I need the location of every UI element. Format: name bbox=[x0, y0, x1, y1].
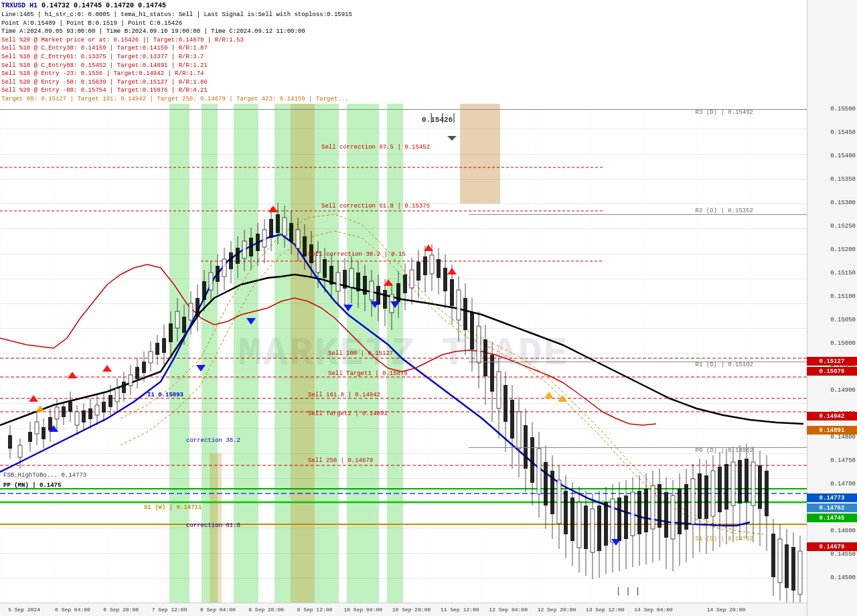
svg-rect-19 bbox=[28, 432, 32, 442]
svg-rect-53 bbox=[142, 362, 146, 373]
s1-d-label: S1 (D) | 0.14712 bbox=[696, 536, 753, 542]
price-label-15100: 0.15100 bbox=[830, 293, 856, 300]
info-line-4: Sell %20 @ Market price or at: 0.15426 |… bbox=[1, 36, 723, 45]
svg-rect-37 bbox=[88, 408, 92, 419]
sell-target2-label: Sell Target2 | 0.14891 bbox=[308, 410, 388, 417]
correction-382-label: correction 38.2 bbox=[186, 437, 240, 444]
svg-rect-107 bbox=[323, 259, 327, 278]
info-line-1: Line:1485 | h1_str_c:0: 0.0005 | tema_h1… bbox=[1, 11, 723, 19]
svg-rect-229 bbox=[731, 462, 735, 506]
pp-d-label: P0 (D) | 0.14962 bbox=[696, 447, 753, 454]
svg-rect-219 bbox=[698, 473, 702, 519]
price-label-15050: 0.15050 bbox=[830, 317, 856, 323]
svg-rect-117 bbox=[356, 273, 360, 291]
price-box-15076: 0.15076 bbox=[807, 367, 857, 376]
svg-rect-131 bbox=[403, 275, 407, 293]
svg-rect-183 bbox=[577, 502, 581, 548]
top-info-panel: TRXUSD H1 0.14732 0.14745 0.14720 0.1474… bbox=[1, 1, 723, 104]
svg-rect-191 bbox=[604, 502, 608, 546]
info-line-10: Sell %20 @ Entry -88: 0.15754 | Target:0… bbox=[1, 86, 723, 95]
svg-rect-185 bbox=[584, 506, 588, 549]
svg-rect-89 bbox=[262, 230, 266, 247]
price-label-15150: 0.15150 bbox=[830, 270, 856, 277]
svg-rect-75 bbox=[216, 266, 220, 282]
info-line-7: Sell %10 @ C_Entry88: 0.15452 | Target:0… bbox=[1, 62, 723, 70]
svg-text:| | |: | | | bbox=[616, 587, 640, 596]
time-label-10: 12 Sep 04:00 bbox=[489, 607, 528, 613]
svg-rect-101 bbox=[303, 236, 307, 256]
svg-rect-137 bbox=[423, 256, 427, 275]
chart-svg: | | | | | | bbox=[0, 104, 807, 603]
svg-rect-143 bbox=[443, 268, 447, 291]
time-label-5: 8 Sep 20:00 bbox=[248, 607, 284, 613]
correction-618-label: correction 61.8 bbox=[186, 522, 240, 529]
fsb-label: FSB_HighToBo... 0.14773 bbox=[3, 472, 86, 479]
svg-rect-163 bbox=[510, 400, 514, 439]
price-box-14773: 0.14773 bbox=[807, 493, 857, 502]
current-price-label: 0.15426 bbox=[422, 116, 453, 124]
svg-rect-233 bbox=[745, 459, 749, 502]
svg-rect-39 bbox=[95, 405, 99, 415]
svg-rect-215 bbox=[684, 484, 688, 530]
svg-rect-225 bbox=[718, 467, 722, 512]
svg-rect-161 bbox=[503, 385, 508, 422]
time-label-13: 14 Sep 04:00 bbox=[634, 607, 673, 613]
svg-rect-169 bbox=[530, 437, 534, 483]
price-label-14500: 0.14500 bbox=[830, 574, 856, 581]
svg-rect-31 bbox=[68, 402, 72, 412]
svg-rect-205 bbox=[651, 485, 655, 529]
svg-rect-33 bbox=[75, 412, 79, 425]
price-label-15450: 0.15450 bbox=[830, 129, 856, 136]
price-label-15350: 0.15350 bbox=[830, 176, 856, 183]
time-label-1: 6 Sep 04:00 bbox=[55, 607, 90, 613]
svg-rect-85 bbox=[249, 238, 253, 256]
sell-100-label: Sell 100 | 0.15127 bbox=[328, 350, 393, 357]
price-axis: 0.15500 0.15450 0.15400 0.15350 0.15300 … bbox=[807, 0, 857, 616]
svg-rect-77 bbox=[222, 259, 226, 277]
svg-rect-171 bbox=[537, 449, 541, 494]
svg-rect-249 bbox=[798, 551, 802, 595]
chart-title: TRXUSD H1 0.14732 0.14745 0.14720 0.1474… bbox=[1, 1, 723, 11]
time-label-6: 9 Sep 12:00 bbox=[297, 607, 333, 613]
svg-rect-41 bbox=[102, 402, 106, 412]
svg-rect-151 bbox=[470, 313, 474, 350]
price-label-14750: 0.14750 bbox=[830, 457, 856, 464]
svg-rect-15 bbox=[8, 435, 12, 449]
price-label-14800: 0.14800 bbox=[830, 434, 856, 441]
svg-rect-119 bbox=[363, 276, 367, 295]
svg-rect-27 bbox=[55, 407, 59, 419]
svg-rect-125 bbox=[383, 290, 387, 309]
svg-rect-113 bbox=[343, 270, 347, 289]
svg-rect-245 bbox=[785, 544, 789, 588]
r2-d-label: R2 (D) | 0.15352 bbox=[696, 208, 753, 214]
time-label-3: 7 Sep 12:00 bbox=[152, 607, 187, 613]
price-box-14891: 0.14891 bbox=[807, 426, 857, 435]
svg-rect-63 bbox=[175, 311, 179, 328]
svg-rect-95 bbox=[283, 218, 287, 236]
svg-rect-193 bbox=[611, 499, 615, 542]
svg-rect-147 bbox=[457, 290, 461, 320]
price-label-15300: 0.15300 bbox=[830, 200, 856, 206]
svg-rect-153 bbox=[477, 326, 481, 363]
price-label-15250: 0.15250 bbox=[830, 223, 856, 230]
price-label-15200: 0.15200 bbox=[830, 246, 856, 253]
time-label-8: 10 Sep 20:00 bbox=[392, 607, 431, 613]
price-label-15000: 0.15000 bbox=[830, 340, 856, 347]
svg-rect-175 bbox=[550, 471, 554, 514]
svg-rect-181 bbox=[570, 497, 574, 541]
price-label-14900: 0.14900 bbox=[830, 387, 856, 394]
info-line-9: Sell %20 @ Entry -50: 0.15639 | Target:0… bbox=[1, 78, 723, 87]
i1-label: I1 0.15093 bbox=[147, 392, 183, 398]
svg-rect-197 bbox=[624, 495, 628, 539]
price-label-14550: 0.14550 bbox=[830, 551, 856, 558]
svg-rect-187 bbox=[591, 509, 595, 552]
svg-rect-61 bbox=[169, 323, 173, 342]
svg-rect-227 bbox=[724, 464, 728, 510]
price-label-14600: 0.14600 bbox=[830, 528, 856, 534]
r3-d-label: R3 (D) | 0.15492 bbox=[696, 109, 753, 116]
svg-rect-17 bbox=[18, 445, 22, 457]
svg-rect-35 bbox=[82, 410, 86, 422]
svg-rect-49 bbox=[129, 375, 133, 386]
svg-rect-65 bbox=[182, 317, 186, 333]
svg-rect-47 bbox=[122, 382, 126, 393]
